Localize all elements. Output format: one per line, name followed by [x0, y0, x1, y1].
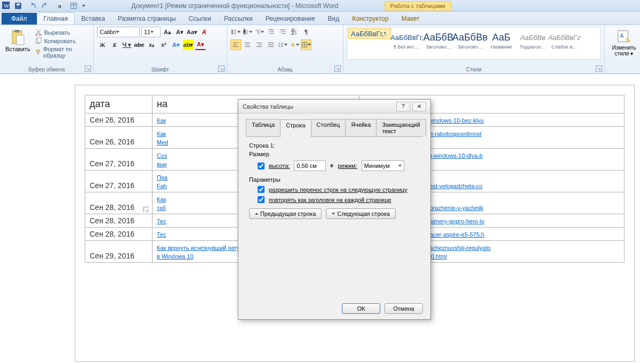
justify-icon[interactable] — [266, 39, 276, 50]
cut-button[interactable]: Вырезать — [35, 29, 90, 36]
clipboard-launcher[interactable]: ↘ — [85, 66, 91, 72]
change-case-icon[interactable]: Aa▾ — [187, 27, 197, 37]
dialog-title: Свойства таблицы — [243, 103, 394, 110]
height-input[interactable] — [294, 160, 326, 171]
redo-icon[interactable] — [41, 1, 51, 11]
styles-launcher[interactable]: ↘ — [596, 66, 602, 72]
tab-alt-text[interactable]: Замещающий текст — [376, 119, 426, 136]
table-tools-label: Работа с таблицами — [385, 1, 451, 11]
increase-indent-icon[interactable] — [277, 27, 288, 37]
shrink-font-icon[interactable]: A▾ — [174, 27, 185, 37]
next-row-button[interactable]: Следующая строка — [326, 208, 396, 219]
table-icon[interactable] — [68, 1, 79, 11]
ok-button[interactable]: ОК — [342, 303, 380, 314]
superscript-icon[interactable]: x² — [158, 39, 169, 50]
font-size: 11 — [144, 29, 150, 35]
tab-table[interactable]: Таблица — [246, 119, 281, 136]
italic-icon[interactable]: К — [109, 39, 120, 50]
subscript-icon[interactable]: x₂ — [146, 39, 157, 50]
cell-date[interactable]: Сен 28, 2016 — [85, 214, 153, 228]
mode-select[interactable]: Минимум — [362, 160, 404, 171]
strike-icon[interactable]: abc — [134, 39, 145, 50]
undo-icon[interactable] — [27, 1, 37, 11]
decrease-indent-icon[interactable] — [266, 27, 276, 37]
help-button[interactable]: ? — [396, 102, 410, 111]
height-checkbox[interactable] — [258, 163, 265, 169]
style-item[interactable]: АаБНазвание — [486, 28, 517, 58]
align-center-icon[interactable] — [242, 39, 253, 50]
tab-cell[interactable]: Ячейка — [345, 119, 377, 136]
tab-mailings[interactable]: Рассылки — [218, 13, 259, 25]
align-left-icon[interactable] — [230, 39, 241, 50]
bold-icon[interactable]: Ж — [97, 39, 108, 50]
borders-icon[interactable] — [301, 39, 311, 50]
cell-date[interactable]: Сен 26, 2016 — [85, 127, 153, 149]
tab-references[interactable]: Ссылки — [182, 13, 218, 25]
tab-column[interactable]: Столбец — [311, 119, 346, 136]
cell-date[interactable]: Сен 27, 2016 — [85, 171, 153, 192]
table-move-handle[interactable] — [143, 207, 149, 212]
grow-font-icon[interactable]: A▴ — [162, 27, 173, 37]
tab-view[interactable]: Вид — [321, 13, 346, 25]
show-marks-icon[interactable]: ¶ — [301, 27, 311, 37]
style-item[interactable]: АаБбВвГг,¶ Без инте… — [391, 28, 422, 58]
cell-date[interactable]: Сен 28, 2016 — [85, 228, 153, 241]
font-launcher[interactable]: ↘ — [218, 66, 225, 72]
col-date[interactable]: дата — [85, 95, 153, 114]
para-launcher[interactable]: ↘ — [334, 66, 341, 72]
style-preview: АаБбВвГг, — [394, 30, 420, 44]
font-name-combo[interactable]: Calibri — [97, 27, 140, 37]
ribbon: Вставить Вырезать Копировать Формат по о… — [0, 25, 640, 74]
cancel-button[interactable]: Отмена — [385, 303, 423, 314]
highlight-icon[interactable]: ab▾ — [183, 39, 194, 50]
numbering-icon[interactable]: 123 — [242, 27, 253, 37]
tab-row[interactable]: Строка — [280, 119, 311, 137]
cell-date[interactable]: Сен 27, 2016 — [85, 149, 153, 171]
dialog-tabs: Таблица Строка Столбец Ячейка Замещающий… — [246, 119, 423, 137]
svg-text:3: 3 — [243, 31, 246, 36]
copy-button[interactable]: Копировать — [35, 37, 90, 45]
cell-date[interactable]: Сен 29, 2016 — [85, 241, 153, 263]
clear-format-icon[interactable]: Ⱥ — [199, 27, 210, 37]
tab-layout[interactable]: Разметка страницы — [111, 13, 182, 25]
multilevel-icon[interactable] — [254, 27, 265, 37]
tab-review[interactable]: Рецензирование — [259, 13, 322, 25]
paste-button[interactable]: Вставить — [3, 27, 33, 59]
styles-gallery[interactable]: АаБбВвГг,¶ ОбычныйАаБбВвГг,¶ Без инте…Аа… — [347, 27, 601, 60]
prev-row-label: Предыдущая строка — [260, 211, 316, 217]
group-clipboard: Вставить Вырезать Копировать Формат по о… — [0, 25, 94, 74]
font-size-combo[interactable]: 11 — [141, 27, 161, 37]
cell-date[interactable]: Сен 28, 2016 — [85, 192, 153, 214]
change-styles-button[interactable]: A Изменить стили ▾ — [608, 27, 640, 59]
style-item[interactable]: АаБбВвГгСлабое в… — [549, 28, 580, 58]
spin-down[interactable] — [330, 166, 333, 168]
tab-insert[interactable]: Вставка — [75, 13, 111, 25]
bullets-icon[interactable] — [230, 27, 241, 37]
style-item[interactable]: АаБбВвЗаголово… — [454, 28, 485, 58]
cell-date[interactable]: Сен 26, 2016 — [85, 114, 153, 127]
prev-row-button[interactable]: Предыдущая строка — [249, 208, 322, 219]
align-right-icon[interactable] — [254, 39, 265, 50]
style-item[interactable]: АаБбВвПодзагол… — [517, 28, 548, 58]
pi-icon[interactable]: π — [54, 1, 65, 11]
allow-break-checkbox[interactable] — [258, 186, 265, 193]
dialog-titlebar[interactable]: Свойства таблицы ? ✕ — [238, 100, 430, 114]
style-item[interactable]: АаБбВЗаголово… — [423, 28, 454, 58]
svg-rect-8 — [14, 30, 20, 33]
tab-design[interactable]: Конструктор — [346, 13, 395, 25]
style-preview: АаБбВв — [519, 30, 546, 44]
text-effects-icon[interactable]: A▾ — [171, 39, 181, 50]
style-item[interactable]: АаБбВвГг,¶ Обычный — [348, 28, 391, 39]
close-button[interactable]: ✕ — [412, 102, 426, 111]
tab-table-layout[interactable]: Макет — [395, 13, 426, 25]
shading-icon[interactable] — [289, 39, 300, 50]
line-spacing-icon[interactable] — [277, 39, 288, 50]
repeat-header-checkbox[interactable] — [258, 196, 265, 203]
format-painter-button[interactable]: Формат по образцу — [35, 46, 90, 59]
tab-file[interactable]: Файл — [2, 13, 37, 25]
font-color-icon[interactable]: A▾ — [195, 39, 206, 50]
tab-home[interactable]: Главная — [37, 12, 75, 25]
sort-icon[interactable]: AZ — [289, 27, 300, 37]
underline-icon[interactable]: Ч ▾ — [122, 39, 132, 50]
save-icon[interactable] — [13, 1, 23, 11]
